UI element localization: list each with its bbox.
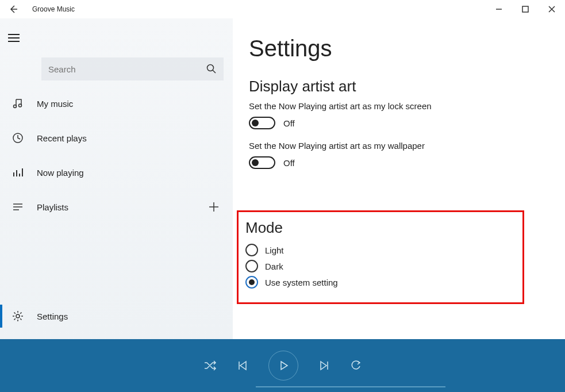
lockscreen-toggle[interactable] (249, 117, 275, 129)
svg-point-3 (19, 104, 22, 107)
mode-radio-light[interactable]: Light (245, 244, 522, 256)
playlist-icon (11, 201, 24, 213)
search-box[interactable] (41, 57, 224, 80)
next-button[interactable] (319, 360, 329, 371)
nav-list: My music Recent plays Now playing Playli… (0, 86, 233, 299)
repeat-button[interactable] (350, 360, 362, 371)
mode-radio-dark[interactable]: Dark (245, 260, 522, 272)
close-button[interactable] (539, 0, 565, 18)
svg-point-5 (16, 314, 20, 318)
titlebar: Groove Music (0, 0, 565, 18)
wallpaper-label: Set the Now Playing artist art as my wal… (249, 141, 565, 151)
minimize-icon (495, 6, 502, 13)
skip-next-icon (319, 360, 329, 371)
sidebar-item-label: Settings (37, 312, 68, 321)
mode-section-highlight: Mode Light Dark Use system setting (237, 210, 524, 304)
sidebar: My music Recent plays Now playing Playli… (0, 18, 233, 339)
play-button[interactable] (268, 351, 298, 381)
gear-icon (11, 310, 24, 322)
radio-label: Dark (265, 262, 283, 271)
sidebar-item-playlists[interactable]: Playlists (0, 190, 233, 224)
wallpaper-toggle-row: Off (249, 156, 565, 169)
back-button[interactable] (0, 0, 26, 18)
arrow-left-icon (9, 5, 18, 14)
radio-label: Use system setting (265, 278, 338, 287)
mode-radio-system[interactable]: Use system setting (245, 276, 522, 289)
close-icon (548, 6, 555, 13)
shuffle-icon (204, 360, 217, 371)
sidebar-item-now-playing[interactable]: Now playing (0, 155, 233, 190)
mode-heading: Mode (245, 219, 522, 237)
music-note-icon (11, 97, 24, 110)
sidebar-item-settings[interactable]: Settings (0, 299, 233, 333)
lockscreen-toggle-row: Off (249, 117, 565, 129)
progress-bar[interactable] (256, 386, 445, 387)
sidebar-item-label: Recent plays (37, 133, 87, 143)
lockscreen-toggle-state: Off (283, 118, 295, 128)
minimize-button[interactable] (486, 0, 512, 18)
wallpaper-toggle-state: Off (283, 158, 295, 168)
equalizer-icon (11, 166, 24, 179)
sidebar-item-label: Now playing (37, 168, 84, 178)
toggle-knob (252, 159, 259, 166)
shuffle-button[interactable] (204, 360, 217, 371)
svg-rect-0 (522, 6, 528, 12)
svg-point-1 (207, 65, 214, 71)
player-bar (0, 339, 565, 392)
page-title: Settings (249, 36, 565, 62)
play-icon (278, 360, 289, 371)
previous-button[interactable] (237, 360, 248, 371)
radio-icon-selected (245, 276, 258, 289)
player-controls (204, 351, 362, 381)
hamburger-icon (8, 33, 20, 43)
clock-icon (11, 132, 24, 144)
sidebar-item-my-music[interactable]: My music (0, 86, 233, 121)
sidebar-item-label: Playlists (37, 202, 68, 212)
sidebar-item-label: My music (37, 99, 73, 109)
repeat-icon (350, 360, 362, 371)
hamburger-button[interactable] (0, 24, 28, 52)
maximize-icon (522, 6, 529, 13)
lockscreen-label: Set the Now Playing artist art as my loc… (249, 101, 565, 111)
radio-label: Light (265, 245, 284, 255)
skip-previous-icon (237, 360, 248, 371)
search-icon (206, 64, 217, 74)
app-title: Groove Music (26, 5, 75, 13)
artist-art-heading: Display artist art (249, 78, 565, 95)
search-input[interactable] (48, 64, 206, 74)
wallpaper-toggle[interactable] (249, 156, 275, 169)
radio-icon (245, 244, 258, 256)
radio-icon (245, 260, 258, 272)
add-playlist-button[interactable] (209, 202, 219, 212)
plus-icon (209, 202, 219, 212)
window-controls (486, 0, 565, 18)
toggle-knob (252, 120, 259, 126)
maximize-button[interactable] (512, 0, 539, 18)
sidebar-item-recent-plays[interactable]: Recent plays (0, 121, 233, 155)
